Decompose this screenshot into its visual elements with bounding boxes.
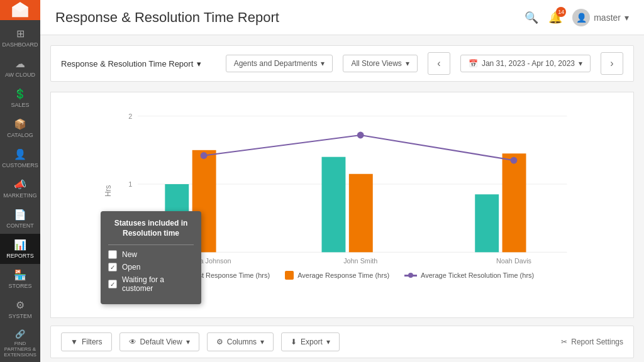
sidebar-item-label: CONTENT — [6, 222, 34, 229]
checkbox-new[interactable] — [108, 250, 117, 259]
status-item-open[interactable]: ✓ Open — [108, 263, 194, 272]
agents-filter-dropdown[interactable]: Agents and Departments ▾ — [226, 55, 333, 72]
user-menu[interactable]: 👤 master ▾ — [572, 9, 629, 26]
bottom-toolbar: ▼ Filters 👁 Default View ▾ ⚙ Columns ▾ ⬇… — [50, 326, 634, 358]
system-icon: ⚙ — [16, 299, 25, 311]
notification-button[interactable]: 🔔 14 — [548, 11, 562, 25]
sidebar-item-customers[interactable]: 👤 CUSTOMERS — [0, 143, 40, 173]
legend-box-response — [285, 271, 294, 280]
bar-noah-response — [502, 153, 526, 252]
stores-icon: 🏪 — [14, 269, 26, 281]
bar-john-response — [349, 174, 373, 253]
report-settings-label: Report Settings — [571, 337, 623, 346]
sidebar: ⊞ DASHBOARD ☁ AW CLOUD 💲 SALES 📦 CATALOG… — [0, 0, 40, 362]
page-title: Response & Resolution Time Report — [55, 9, 279, 26]
sales-icon: 💲 — [14, 88, 26, 100]
filter-icon: ▼ — [70, 337, 78, 346]
columns-button[interactable]: ⚙ Columns ▾ — [207, 332, 274, 351]
sidebar-item-sales[interactable]: 💲 SALES — [0, 83, 40, 113]
top-header: Response & Resolution Time Report 🔍 🔔 14… — [40, 0, 644, 35]
sidebar-item-find-partners[interactable]: 🔗 FIND PARTNERS & EXTENSIONS — [0, 324, 40, 362]
status-label-waiting: Waiting for a customer — [122, 275, 194, 293]
date-range-picker[interactable]: 📅 Jan 31, 2023 - Apr 10, 2023 ▾ — [460, 55, 591, 72]
y-axis-label: Hrs — [104, 185, 113, 197]
next-period-button[interactable]: › — [601, 52, 623, 75]
sidebar-item-dashboard[interactable]: ⊞ DASHBOARD — [0, 23, 40, 53]
store-views-label: All Store Views — [351, 59, 401, 68]
bar-john-first-response — [322, 157, 346, 253]
popup-divider — [108, 244, 194, 245]
marketing-icon: 📣 — [14, 178, 26, 190]
filters-button[interactable]: ▼ Filters — [61, 332, 112, 351]
report-title-dropdown[interactable]: Response & Resolution Time Report ▾ — [61, 59, 201, 69]
avatar: 👤 — [572, 9, 590, 26]
chevron-down-icon: ▾ — [326, 337, 330, 346]
sidebar-item-marketing[interactable]: 📣 MARKETING — [0, 173, 40, 204]
notification-badge: 14 — [556, 7, 566, 17]
status-label-open: Open — [122, 263, 140, 272]
sidebar-item-content[interactable]: 📄 CONTENT — [0, 204, 40, 234]
status-item-new[interactable]: New — [108, 250, 194, 259]
sidebar-item-label: SYSTEM — [8, 313, 31, 319]
sidebar-item-label: STORES — [9, 283, 32, 289]
user-name: master — [594, 13, 621, 23]
status-item-waiting[interactable]: ✓ Waiting for a customer — [108, 275, 194, 293]
sidebar-item-system[interactable]: ⚙ SYSTEM — [0, 294, 40, 324]
prev-period-button[interactable]: ‹ — [428, 52, 450, 75]
sidebar-item-aw-cloud[interactable]: ☁ AW CLOUD — [0, 53, 40, 83]
sidebar-item-label: CUSTOMERS — [2, 162, 38, 168]
main-content: Response & Resolution Time Report 🔍 🔔 14… — [40, 0, 644, 362]
export-label: Export — [301, 337, 323, 346]
store-views-dropdown[interactable]: All Store Views ▾ — [343, 55, 417, 72]
bar-noah-first-response — [475, 194, 499, 252]
status-label-new: New — [122, 250, 137, 259]
sidebar-item-label: SALES — [11, 102, 29, 108]
default-view-button[interactable]: 👁 Default View ▾ — [119, 332, 199, 351]
sidebar-item-label: AW CLOUD — [5, 72, 35, 78]
resolution-dot-john — [357, 132, 364, 139]
sidebar-item-label: DASHBOARD — [3, 41, 38, 48]
download-icon: ⬇ — [291, 337, 297, 346]
chart-area: Statuses included in Resolution time New… — [50, 92, 634, 318]
sidebar-item-reports[interactable]: 📊 REPORTS — [0, 234, 40, 264]
resolution-line — [204, 135, 514, 160]
checkbox-waiting[interactable]: ✓ — [108, 280, 117, 288]
partners-icon: 🔗 — [15, 329, 25, 339]
columns-icon: ⚙ — [216, 337, 223, 346]
search-button[interactable]: 🔍 — [525, 11, 538, 25]
report-settings-button[interactable]: ✂ Report Settings — [561, 337, 623, 346]
resolution-dot-rebecca — [201, 152, 208, 159]
checkbox-open[interactable]: ✓ — [108, 263, 117, 272]
report-bar: Response & Resolution Time Report ▾ Agen… — [50, 45, 634, 82]
sidebar-logo[interactable] — [0, 0, 40, 20]
legend-resolution: Average Ticket Resolution Time (hrs) — [404, 272, 534, 279]
header-actions: 🔍 🔔 14 👤 master ▾ — [525, 9, 629, 26]
export-button[interactable]: ⬇ Export ▾ — [281, 332, 340, 351]
sidebar-item-stores[interactable]: 🏪 STORES — [0, 264, 40, 294]
x-label-noah: Noah Davis — [496, 257, 532, 265]
legend-label-resolution: Average Ticket Resolution Time (hrs) — [421, 272, 534, 279]
agents-filter-label: Agents and Departments — [234, 59, 318, 68]
chevron-left-icon: ‹ — [437, 58, 440, 69]
legend-label-response: Average Response Time (hrs) — [297, 272, 389, 279]
reports-icon: 📊 — [14, 239, 26, 251]
filters-label: Filters — [82, 337, 103, 346]
resolution-dot-noah — [511, 157, 518, 164]
content-area: Response & Resolution Time Report ▾ Agen… — [40, 35, 644, 362]
dashboard-icon: ⊞ — [16, 28, 25, 40]
date-range-label: Jan 31, 2023 - Apr 10, 2023 — [482, 59, 575, 68]
customers-icon: 👤 — [14, 148, 26, 160]
content-icon: 📄 — [14, 209, 26, 221]
chevron-down-icon: ▾ — [186, 337, 190, 346]
settings-icon: ✂ — [561, 337, 567, 346]
chevron-down-icon: ▾ — [406, 59, 409, 68]
x-label-john: John Smith — [343, 257, 377, 265]
status-popup: Statuses included in Resolution time New… — [101, 211, 201, 304]
sidebar-item-label: CATALOG — [7, 132, 33, 138]
popup-title: Statuses included in Resolution time — [108, 219, 194, 238]
y-label-1: 1 — [128, 180, 132, 188]
y-label-2: 2 — [128, 112, 132, 120]
eye-icon: 👁 — [129, 337, 136, 346]
report-title-text: Response & Resolution Time Report — [61, 59, 193, 69]
sidebar-item-catalog[interactable]: 📦 CATALOG — [0, 113, 40, 143]
